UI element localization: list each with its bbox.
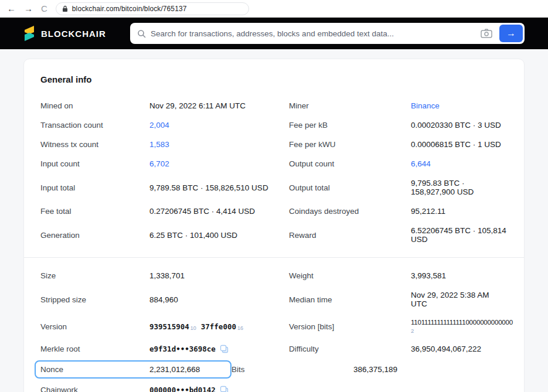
miner-link[interactable]: Binance	[411, 101, 508, 110]
camera-icon[interactable]	[474, 29, 499, 38]
row-size-weight: Size 1,338,701 Weight 3,993,581	[40, 266, 508, 285]
version-label: Version	[40, 322, 149, 331]
miner-label: Miner	[289, 101, 411, 110]
fee-per-kwu-label: Fee per kWU	[289, 140, 411, 149]
nonce-highlight: Nonce 2,231,012,668	[35, 360, 232, 379]
search-input[interactable]	[151, 29, 474, 38]
section-title: General info	[40, 74, 508, 84]
reward-label: Reward	[289, 231, 411, 240]
row-chainwork: Chainwork 000000•••bd0142	[40, 380, 508, 392]
transaction-count-link[interactable]: 2,004	[149, 121, 289, 129]
section-divider	[24, 257, 524, 258]
difficulty-value: 36,950,494,067,222	[411, 345, 508, 353]
row-witness-feekwu: Witness tx count 1,583 Fee per kWU 0.000…	[40, 135, 508, 154]
copy-icon[interactable]	[220, 345, 229, 353]
chainwork-label: Chainwork	[40, 386, 149, 392]
url-text: blockchair.com/bitcoin/block/765137	[72, 5, 187, 13]
back-icon[interactable]: ←	[7, 4, 16, 13]
row-nonce-bits: Nonce 2,231,012,668 Bits 386,375,189	[40, 359, 508, 380]
fee-per-kwu-value: 0.00006815 BTC · 1 USD	[411, 140, 508, 149]
row-version-versionbits: Version 939515904 10 37ffe000 16 Version…	[40, 313, 508, 339]
brand-name: BLOCKCHAIR	[41, 29, 106, 39]
stripped-size-value: 884,960	[149, 295, 289, 304]
bits-label: Bits	[232, 365, 353, 374]
general-info-card: General info Mined on Nov 29, 2022 6:11 …	[23, 59, 525, 392]
fee-per-kb-value: 0.00020330 BTC · 3 USD	[411, 121, 508, 129]
transaction-count-label: Transaction count	[40, 121, 149, 129]
difficulty-label: Difficulty	[289, 345, 411, 353]
median-time-value: Nov 29, 2022 5:38 AM UTC	[411, 291, 508, 308]
nonce-value: 2,231,012,668	[149, 365, 226, 374]
output-count-label: Output count	[289, 159, 411, 168]
size-label: Size	[40, 271, 149, 280]
browser-chrome: ← → C blockchair.com/bitcoin/block/76513…	[0, 0, 548, 18]
weight-label: Weight	[289, 271, 411, 280]
version-bits-label: Version [bits]	[289, 322, 411, 331]
row-inputcount-outputcount: Input count 6,702 Output count 6,644	[40, 154, 508, 173]
reload-icon[interactable]: C	[41, 4, 47, 13]
arrow-right-icon: →	[506, 28, 516, 39]
blockchair-logo-icon	[23, 26, 35, 41]
page-body: General info Mined on Nov 29, 2022 6:11 …	[0, 49, 548, 392]
search-submit-button[interactable]: →	[499, 25, 523, 42]
weight-value: 3,993,581	[411, 271, 508, 280]
version-hex: 37ffe000	[201, 322, 236, 331]
copy-icon[interactable]	[220, 386, 229, 392]
mined-on-label: Mined on	[40, 101, 149, 110]
fee-total-value: 0.27206745 BTC · 4,414 USD	[149, 207, 289, 216]
row-inputtotal-outputtotal: Input total 9,789.58 BTC · 158,826,510 U…	[40, 173, 508, 202]
lock-icon	[62, 5, 68, 12]
row-mined-on-miner: Mined on Nov 29, 2022 6:11 AM UTC Miner …	[40, 96, 508, 115]
witness-tx-count-label: Witness tx count	[40, 140, 149, 149]
merkle-root-value: e9f31d•••3698ce	[149, 345, 216, 353]
median-time-label: Median time	[289, 295, 411, 304]
output-total-label: Output total	[289, 183, 411, 192]
stripped-size-label: Stripped size	[40, 295, 149, 304]
input-total-label: Input total	[40, 183, 149, 192]
reward-value: 6.52206745 BTC · 105,814 USD	[411, 226, 508, 244]
row-txcount-feekb: Transaction count 2,004 Fee per kB 0.000…	[40, 115, 508, 135]
version-hex-base: 16	[237, 325, 243, 331]
generation-label: Generation	[40, 231, 149, 240]
bits-value: 386,375,189	[353, 365, 508, 374]
input-count-label: Input count	[40, 159, 149, 168]
brand-home-link[interactable]: BLOCKCHAIR	[23, 26, 130, 41]
witness-tx-count-link[interactable]: 1,583	[149, 140, 289, 149]
coindays-destroyed-label: Coindays destroyed	[289, 207, 411, 216]
generation-value: 6.25 BTC · 101,400 USD	[149, 231, 289, 240]
address-bar[interactable]: blockchair.com/bitcoin/block/765137	[56, 2, 249, 15]
row-generation-reward: Generation 6.25 BTC · 101,400 USD Reward…	[40, 221, 508, 249]
version-bits-base: 2	[411, 328, 513, 334]
fee-total-label: Fee total	[40, 207, 149, 216]
search-bar: →	[130, 23, 525, 44]
merkle-root-label: Merkle root	[40, 345, 149, 353]
row-strippedsize-mediantime: Stripped size 884,960 Median time Nov 29…	[40, 285, 508, 313]
nonce-label: Nonce	[40, 365, 149, 374]
version-decimal: 939515904	[149, 322, 189, 331]
input-count-link[interactable]: 6,702	[149, 159, 289, 168]
search-icon	[137, 29, 146, 38]
version-decimal-base: 10	[190, 325, 196, 331]
output-total-value: 9,795.83 BTC · 158,927,900 USD	[411, 179, 508, 196]
input-total-value: 9,789.58 BTC · 158,826,510 USD	[149, 183, 289, 192]
site-header: BLOCKCHAIR →	[0, 18, 548, 49]
row-feetotal-coindays: Fee total 0.27206745 BTC · 4,414 USD Coi…	[40, 202, 508, 221]
mined-on-value: Nov 29, 2022 6:11 AM UTC	[149, 101, 289, 110]
output-count-link[interactable]: 6,644	[411, 159, 508, 168]
coindays-destroyed-value: 95,212.11	[411, 207, 508, 216]
chainwork-value: 000000•••bd0142	[149, 386, 216, 392]
row-merkle-difficulty: Merkle root e9f31d•••3698ce Difficulty 3…	[40, 339, 508, 359]
fee-per-kb-label: Fee per kB	[289, 121, 411, 129]
version-bits-value: 110111111111111110000000000000	[411, 319, 513, 326]
size-value: 1,338,701	[149, 271, 289, 280]
forward-icon[interactable]: →	[24, 4, 33, 13]
